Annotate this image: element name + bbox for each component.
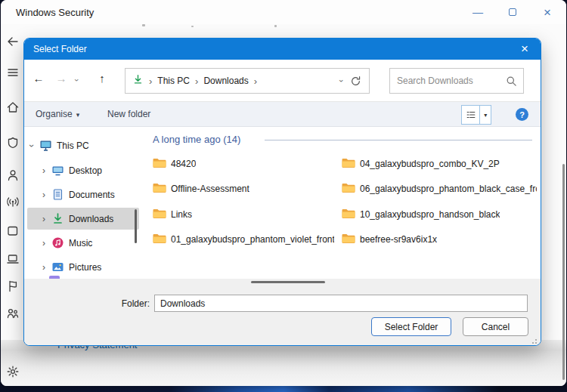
folder-name: 04_galaxybudspro_combo_KV_2P bbox=[360, 159, 500, 169]
dialog-close-button[interactable]: × bbox=[516, 41, 533, 57]
cancel-button[interactable]: Cancel bbox=[463, 317, 528, 336]
breadcrumb-this-pc[interactable]: This PC bbox=[157, 76, 190, 86]
organise-menu-button[interactable]: Organise▾ bbox=[36, 109, 79, 119]
chevron-right-icon[interactable]: › bbox=[39, 262, 48, 273]
chevron-right-icon[interactable]: › bbox=[39, 165, 48, 176]
nav-up-button[interactable]: ↑ bbox=[94, 72, 110, 85]
dialog-footer: Folder: Select Folder Cancel bbox=[24, 279, 541, 346]
tree-item-documents[interactable]: › Documents bbox=[27, 184, 139, 205]
tree-scrollbar[interactable] bbox=[135, 209, 137, 243]
nav-account-protection-button[interactable] bbox=[6, 168, 20, 182]
search-box bbox=[389, 68, 524, 94]
file-list: A long time ago (14) 48420 Offline-Asses… bbox=[145, 128, 541, 279]
dialog-titlebar: Select Folder × bbox=[24, 39, 541, 60]
horizontal-scrollbar[interactable] bbox=[251, 281, 325, 283]
breadcrumb-downloads[interactable]: Downloads bbox=[203, 76, 248, 86]
group-header[interactable]: A long time ago (14) bbox=[153, 134, 240, 145]
chevron-right-icon[interactable]: › bbox=[39, 190, 48, 200]
close-icon: × bbox=[544, 6, 551, 19]
folder-icon bbox=[153, 158, 166, 171]
folder-item[interactable]: 10_galaxybudspro_handson_black bbox=[342, 203, 537, 226]
person-icon bbox=[6, 168, 20, 182]
folder-name: 01_galaxybudspro_phantom_violet_front bbox=[171, 234, 334, 245]
dialog-nav-row: ← → › ↑ › This PC › Downloads › › bbox=[24, 60, 541, 101]
view-mode-button[interactable] bbox=[462, 106, 480, 124]
nav-back-button[interactable]: ← bbox=[30, 72, 47, 85]
minimize-button[interactable]: — bbox=[469, 5, 486, 20]
nav-family-options-button[interactable] bbox=[6, 307, 20, 320]
window-close-button[interactable]: × bbox=[539, 5, 556, 20]
covered-page-fragment bbox=[274, 25, 277, 27]
tree-item-desktop[interactable]: › Desktop bbox=[27, 159, 139, 181]
chevron-right-icon[interactable]: › bbox=[39, 238, 48, 248]
nav-forward-button[interactable]: → bbox=[53, 72, 70, 85]
tree-item-music[interactable]: › Music bbox=[27, 232, 139, 254]
select-folder-button[interactable]: Select Folder bbox=[371, 317, 451, 336]
tree-label: Documents bbox=[69, 190, 115, 200]
this-pc-icon bbox=[39, 139, 52, 152]
folder-item[interactable]: Offline-Assessment bbox=[153, 177, 334, 200]
folder-icon bbox=[153, 233, 166, 246]
home-icon bbox=[6, 100, 20, 114]
organise-label: Organise bbox=[36, 109, 73, 119]
nav-history-dropdown[interactable]: › bbox=[73, 76, 82, 85]
folder-item[interactable]: 01_galaxybudspro_phantom_violet_front bbox=[153, 228, 334, 251]
group-header-line bbox=[265, 140, 532, 140]
network-firewall-icon bbox=[6, 196, 20, 209]
dialog-toolbar: Organise▾ New folder ▾ ? bbox=[24, 101, 541, 127]
app-title: Windows Security bbox=[16, 7, 94, 18]
folder-icon bbox=[153, 183, 166, 196]
downloads-icon bbox=[51, 212, 64, 225]
refresh-icon bbox=[350, 76, 361, 87]
folder-name-input[interactable] bbox=[154, 295, 528, 312]
folder-icon bbox=[342, 208, 355, 221]
folder-item[interactable]: Links bbox=[153, 203, 334, 226]
folder-field-label: Folder: bbox=[107, 298, 150, 309]
view-mode-dropdown[interactable]: ▾ bbox=[480, 106, 491, 124]
documents-icon bbox=[51, 188, 64, 201]
tree-label: Pictures bbox=[69, 262, 101, 273]
chevron-down-icon[interactable]: › bbox=[26, 141, 37, 150]
resize-grip[interactable] bbox=[529, 336, 537, 344]
folder-name: Offline-Assessment bbox=[171, 184, 249, 194]
nav-home-button[interactable] bbox=[6, 100, 20, 114]
nav-virus-protection-button[interactable] bbox=[6, 136, 20, 150]
folder-name: 06_galaxybudspro_phantom_black_case_fron… bbox=[360, 184, 537, 194]
help-button[interactable]: ? bbox=[516, 108, 528, 121]
nav-device-health-button[interactable] bbox=[6, 279, 20, 293]
refresh-button[interactable] bbox=[350, 76, 361, 89]
details-view-icon bbox=[466, 110, 476, 120]
search-icon[interactable] bbox=[506, 76, 517, 90]
back-button[interactable] bbox=[6, 35, 20, 48]
music-icon bbox=[51, 236, 64, 249]
shield-icon bbox=[6, 136, 20, 150]
address-dropdown-icon[interactable]: › bbox=[337, 79, 346, 82]
address-bar[interactable]: › This PC › Downloads › › bbox=[125, 68, 370, 94]
gear-icon bbox=[6, 365, 20, 378]
search-input[interactable] bbox=[397, 69, 503, 93]
app-vertical-scrollbar[interactable] bbox=[562, 164, 565, 380]
tree-item-this-pc[interactable]: › This PC bbox=[27, 134, 139, 156]
caret-down-icon: ▾ bbox=[76, 111, 80, 119]
tree-item-downloads[interactable]: › Downloads bbox=[27, 208, 139, 230]
folder-item[interactable]: beefree-sr9av6ix1x bbox=[342, 228, 537, 251]
nav-app-browser-control-button[interactable] bbox=[6, 224, 20, 238]
view-mode-selector[interactable]: ▾ bbox=[461, 105, 491, 125]
breadcrumb-separator: › bbox=[254, 76, 257, 87]
folder-name: 10_galaxybudspro_handson_black bbox=[360, 209, 500, 220]
folder-item[interactable]: 06_galaxybudspro_phantom_black_case_fron… bbox=[342, 177, 537, 200]
menu-button[interactable] bbox=[6, 66, 20, 79]
nav-device-security-button[interactable] bbox=[6, 252, 20, 266]
new-folder-button[interactable]: New folder bbox=[107, 109, 150, 119]
minimize-icon: — bbox=[472, 6, 483, 18]
nav-firewall-button[interactable] bbox=[6, 196, 20, 209]
tree-label: Music bbox=[69, 238, 92, 248]
chevron-right-icon[interactable]: › bbox=[39, 214, 48, 224]
back-arrow-icon bbox=[6, 35, 20, 48]
folder-item[interactable]: 48420 bbox=[153, 153, 334, 175]
folder-icon bbox=[153, 208, 166, 221]
maximize-button[interactable] bbox=[504, 5, 521, 20]
nav-settings-button[interactable] bbox=[6, 365, 20, 378]
tree-item-pictures[interactable]: › Pictures bbox=[27, 256, 139, 278]
folder-item[interactable]: 04_galaxybudspro_combo_KV_2P bbox=[342, 153, 537, 175]
